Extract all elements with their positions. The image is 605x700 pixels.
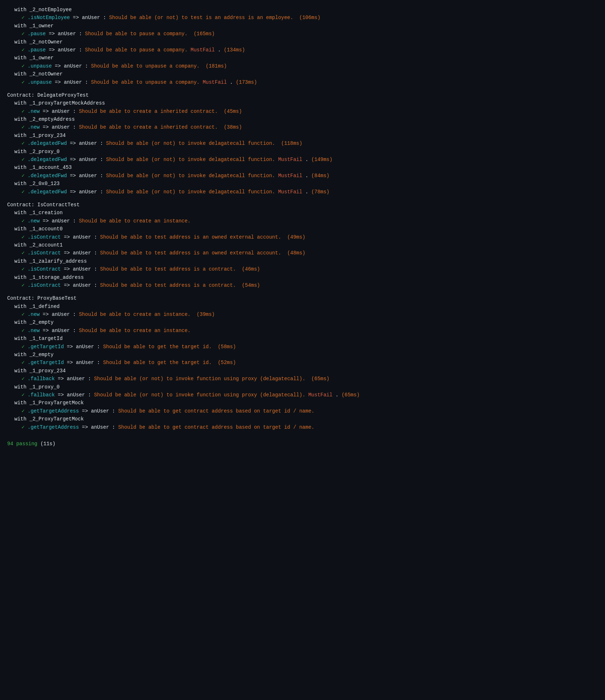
text-segment: .isContract: [28, 250, 61, 256]
text-segment: with _2_ProxyTargetMock: [14, 416, 84, 422]
line-18: with _2_proxy_0: [7, 148, 598, 156]
text-segment: .: [302, 173, 311, 179]
text-segment: => anUser :: [40, 109, 79, 114]
line-20: with _1_account_453: [7, 164, 598, 171]
line-8: with _2_notOwner: [7, 70, 598, 78]
line-32: with _1_zalarify_address: [7, 257, 598, 265]
text-segment: (46ms): [236, 266, 260, 272]
line-3: ✓ .pause => anUser : Should be able to p…: [7, 30, 598, 38]
text-segment: ✓: [22, 47, 28, 53]
line-38: with _1_defined: [7, 303, 598, 310]
text-segment: .isContract: [28, 266, 61, 272]
text-segment: => anUser :: [79, 424, 118, 430]
line-31: ✓ .isContract => anUser : Should be able…: [7, 249, 598, 257]
line-27: ✓ .new => anUser : Should be able to cre…: [7, 217, 598, 225]
text-segment: .getTargetAddress: [28, 424, 79, 430]
text-segment: => anUser :: [52, 79, 91, 85]
text-segment: .: [332, 392, 341, 398]
text-segment: => anUser :: [46, 31, 85, 37]
text-segment: (134ms): [224, 47, 245, 53]
text-segment: ✓: [22, 392, 28, 398]
line-12: with _1_proxyTargetMockAddress: [7, 99, 598, 107]
text-segment: (173ms): [236, 79, 257, 85]
terminal-output: with _2_notEmployee✓ .isNotEmployee => a…: [7, 6, 598, 448]
text-segment: ✓: [22, 360, 28, 365]
text-segment: => anUser :: [79, 408, 118, 414]
line-34: with _1_storage_address: [7, 273, 598, 281]
text-segment: with _1_targetId: [14, 336, 63, 341]
text-segment: (38ms): [218, 124, 242, 130]
line-14: with _2_emptyAddress: [7, 115, 598, 123]
text-segment: => anUser :: [40, 312, 79, 317]
text-segment: ✓: [22, 63, 28, 69]
line-45: ✓ .getTargetId => anUser : Should be abl…: [7, 359, 598, 367]
text-segment: with _1_storage_address: [14, 275, 84, 280]
text-segment: Should be able to test address is a cont…: [100, 282, 236, 288]
text-segment: .getTargetId: [28, 360, 64, 365]
text-segment: Should be able to get contract address b…: [118, 408, 314, 414]
line-19: ✓ .delegatedFwd => anUser : Should be ab…: [7, 156, 598, 164]
text-segment: with _1_account_453: [14, 165, 72, 170]
text-segment: => anUser :: [61, 234, 100, 240]
text-segment: Should be able (or not) to test is an ad…: [109, 15, 293, 20]
line-37: Contract: ProxyBaseTest: [7, 294, 598, 302]
text-segment: .isNotEmployee: [28, 15, 70, 20]
text-segment: (65ms): [305, 376, 329, 382]
line-6: with _1_owner: [7, 54, 598, 62]
text-segment: .pause: [28, 31, 46, 37]
text-segment: .fallback: [28, 376, 55, 382]
line-43: ✓ .getTargetId => anUser : Should be abl…: [7, 343, 598, 351]
line-28: with _1_account0: [7, 225, 598, 233]
line-16: with _1_proxy_234: [7, 132, 598, 139]
text-segment: Should be able to create an instance.: [79, 218, 191, 224]
line-40: with _2_empty: [7, 318, 598, 326]
text-segment: ✓: [22, 344, 28, 350]
text-segment: ✓: [22, 15, 28, 20]
text-segment: with _1_defined: [14, 304, 60, 309]
text-segment: (39ms): [191, 312, 215, 317]
text-segment: Should be able to create a inherited con…: [79, 109, 218, 114]
text-segment: (65ms): [342, 392, 360, 398]
text-segment: .delegatedFwd: [28, 157, 67, 162]
text-segment: with _1_proxy_234: [14, 368, 66, 374]
text-segment: (165ms): [188, 31, 215, 37]
text-segment: ✓: [22, 189, 28, 195]
line-30: with _2_account1: [7, 241, 598, 249]
line-23: ✓ .delegatedFwd => anUser : Should be ab…: [7, 188, 598, 196]
text-segment: Contract: IsContractTest: [7, 202, 80, 208]
text-segment: Should be able to test address is an own…: [100, 234, 281, 240]
text-segment: .new: [28, 218, 40, 224]
text-segment: with _2_notOwner: [14, 39, 63, 45]
text-segment: .delegatedFwd: [28, 189, 67, 195]
text-segment: => anUser :: [67, 157, 106, 162]
text-segment: ✓: [22, 124, 28, 130]
text-segment: Should be able to test address is an own…: [100, 250, 281, 256]
text-segment: ✓: [22, 282, 28, 288]
text-segment: (118ms): [275, 141, 302, 146]
text-segment: => anUser :: [40, 328, 79, 333]
line-52: with _2_ProxyTargetMock: [7, 415, 598, 423]
text-segment: .unpause: [28, 63, 52, 69]
line-17: ✓ .delegatedFwd => anUser : Should be ab…: [7, 139, 598, 147]
text-segment: .new: [28, 312, 40, 317]
text-segment: .: [302, 189, 311, 195]
line-49: ✓ .fallback => anUser : Should be able (…: [7, 391, 598, 399]
line-9: ✓ .unpause => anUser : Should be able to…: [7, 78, 598, 86]
text-segment: => anUser :: [55, 392, 94, 398]
text-segment: 94 passing: [7, 441, 37, 447]
text-segment: (58ms): [212, 344, 236, 350]
text-segment: .getTargetAddress: [28, 408, 79, 414]
text-segment: => anUser :: [40, 218, 79, 224]
text-segment: (78ms): [311, 189, 329, 195]
text-segment: (49ms): [281, 234, 305, 240]
line-7: ✓ .unpause => anUser : Should be able to…: [7, 62, 598, 70]
text-segment: with _1_creation: [14, 210, 63, 216]
text-segment: Should be able (or not) to invoke delaga…: [106, 189, 278, 195]
text-segment: with _1_zalarify_address: [14, 258, 87, 264]
text-segment: => anUser :: [64, 344, 103, 350]
text-segment: MustFail: [278, 157, 302, 162]
text-segment: Should be able (or not) to invoke delaga…: [106, 157, 278, 162]
text-segment: => anUser :: [40, 124, 79, 130]
text-segment: .: [302, 157, 311, 162]
text-segment: (54ms): [236, 282, 260, 288]
